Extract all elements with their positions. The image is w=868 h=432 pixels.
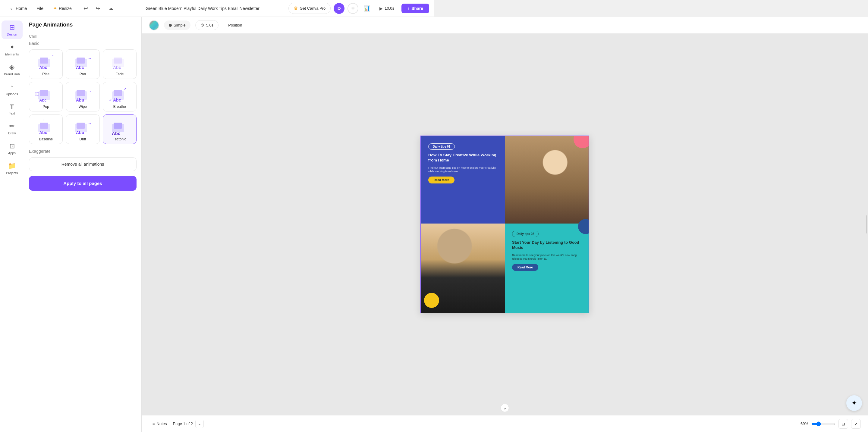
drift-preview: Abu → xyxy=(70,119,95,136)
svg-text:Abc: Abc xyxy=(112,131,120,136)
animation-card-tectonic[interactable]: Abc Tectonic xyxy=(103,114,136,144)
file-label: File xyxy=(36,6,43,11)
svg-rect-33 xyxy=(114,123,122,129)
topbar-right: ♛ Get Canva Pro D + 📊 ▶ 10.0s ↑ Share xyxy=(288,3,429,14)
play-button[interactable]: ▶ 10.0s xyxy=(375,4,398,13)
svg-text:Abc: Abc xyxy=(76,65,84,70)
animation-card-rise[interactable]: Abc ↑ Rise xyxy=(29,49,63,79)
brand-hub-icon: ◈ xyxy=(9,63,14,71)
pop-preview: Abc )))) xyxy=(34,86,58,103)
svg-rect-5 xyxy=(76,58,85,64)
animation-card-baseline[interactable]: Abc ↑ Baseline xyxy=(29,114,63,144)
tectonic-label: Tectonic xyxy=(113,137,126,141)
share-button[interactable]: ↑ Share xyxy=(401,4,429,13)
duration-label: 5.0s xyxy=(206,23,214,27)
clock-icon: ⏱ xyxy=(200,23,204,27)
animations-panel: Page Animations Chill Basic Abc ↑ Rise xyxy=(24,17,142,216)
animation-card-pan[interactable]: Abc → Pan xyxy=(66,49,99,79)
baseline-preview: Abc ↑ xyxy=(34,119,58,136)
rise-preview: Abc ↑ xyxy=(34,53,58,71)
svg-text:)))): )))) xyxy=(35,92,39,96)
svg-text:Abc: Abc xyxy=(113,98,121,102)
badge-1: Daily tips 01 xyxy=(428,143,434,150)
position-button[interactable]: Position xyxy=(223,21,247,30)
canvas-document[interactable]: Daily tips 01 How To Stay Creative While… xyxy=(421,136,434,216)
resize-button[interactable]: ✦ Resize xyxy=(50,4,75,13)
animation-dot-icon xyxy=(169,24,172,27)
undo-button[interactable]: ↩ xyxy=(81,3,91,14)
exaggerate-section-title: Exaggerate xyxy=(29,149,136,154)
sidebar-label-design: Design xyxy=(7,33,17,36)
share-icon: ↑ xyxy=(407,6,410,11)
sidebar-item-brand-hub[interactable]: ◈ Brand Hub xyxy=(1,60,23,79)
save-cloud-button[interactable]: ☁ xyxy=(106,3,117,14)
animation-card-wipe[interactable]: Abu → Wipe xyxy=(66,82,99,111)
sidebar-item-elements[interactable]: ✦ Elements xyxy=(1,40,23,59)
svg-text:↑: ↑ xyxy=(52,54,54,59)
sidebar-label-projects: Projects xyxy=(6,171,18,175)
blue-section: Daily tips 01 How To Stay Creative While… xyxy=(421,136,434,216)
svg-text:↑: ↑ xyxy=(43,119,44,122)
draw-icon: ✏ xyxy=(9,122,15,130)
topbar-center: Green Blue Modern Playful Daily Work Tip… xyxy=(120,6,285,11)
duration-button[interactable]: ⏱ 5.0s xyxy=(195,20,219,30)
projects-icon: 📁 xyxy=(8,162,16,170)
sidebar-item-design[interactable]: ⊞ Design xyxy=(1,21,23,39)
canvas-inner: Daily tips 01 How To Stay Creative While… xyxy=(142,17,434,216)
svg-text:Abu: Abu xyxy=(76,130,84,135)
redo-button[interactable]: ↪ xyxy=(93,3,103,14)
sidebar-item-projects[interactable]: 📁 Projects xyxy=(1,159,23,178)
animation-style-button[interactable]: Simple xyxy=(164,21,190,30)
animation-card-drift[interactable]: Abu → Drift xyxy=(66,114,99,144)
apps-icon: ⊡ xyxy=(9,142,15,150)
svg-text:Abc: Abc xyxy=(39,130,47,135)
animation-card-fade[interactable]: Abc Fade xyxy=(103,49,136,79)
svg-text:→: → xyxy=(88,121,92,126)
tectonic-preview: Abc xyxy=(107,119,132,136)
undo-redo-group: ↩ ↪ xyxy=(81,3,103,14)
color-swatch[interactable] xyxy=(149,20,159,30)
canva-pro-button[interactable]: ♛ Get Canva Pro xyxy=(288,3,331,14)
crown-icon: ♛ xyxy=(293,5,298,11)
svg-text:→: → xyxy=(88,56,92,61)
sidebar-item-apps[interactable]: ⊡ Apps xyxy=(1,139,23,158)
file-button[interactable]: File xyxy=(33,4,47,13)
svg-rect-20 xyxy=(114,90,122,96)
fade-preview: Abc xyxy=(107,53,132,71)
resize-label: Resize xyxy=(59,6,72,11)
svg-text:↗: ↗ xyxy=(123,87,126,91)
remove-animations-button[interactable]: Remove all animations xyxy=(29,157,136,171)
svg-rect-16 xyxy=(76,90,85,96)
position-label: Position xyxy=(228,23,242,27)
desc-1: Find out interesting tips on how to expl… xyxy=(428,166,434,173)
topbar-left: ‹ Home File ✦ Resize ↩ ↪ ☁ xyxy=(5,3,117,14)
analytics-button[interactable]: 📊 xyxy=(361,3,372,14)
baseline-label: Baseline xyxy=(39,137,53,141)
apply-all-button[interactable]: Apply to all pages xyxy=(29,176,136,191)
read-more-1[interactable]: Read More xyxy=(428,176,434,184)
animation-card-pop[interactable]: Abc )))) Pop xyxy=(29,82,63,111)
svg-rect-12 xyxy=(40,90,48,96)
svg-text:Abu: Abu xyxy=(76,98,84,102)
share-label: Share xyxy=(411,6,423,11)
sidebar-label-brand-hub: Brand Hub xyxy=(4,72,20,76)
animation-style-label: Simple xyxy=(174,23,186,27)
sidebar-item-uploads[interactable]: ↑ Uploads xyxy=(1,80,23,99)
document-title: Green Blue Modern Playful Daily Work Tip… xyxy=(146,6,259,11)
canva-pro-label: Get Canva Pro xyxy=(300,6,326,10)
home-label: Home xyxy=(16,6,27,11)
animation-card-breathe[interactable]: Abc ↗ ↙ Breathe xyxy=(103,82,136,111)
sidebar-item-draw[interactable]: ✏ Draw xyxy=(1,119,23,138)
sidebar-label-apps: Apps xyxy=(8,151,16,155)
basic-section-title: Basic xyxy=(29,41,136,46)
avatar-button[interactable]: D xyxy=(334,3,344,14)
secondary-toolbar: Simple ⏱ 5.0s Position xyxy=(142,17,434,34)
svg-text:↙: ↙ xyxy=(109,98,112,102)
add-button[interactable]: + xyxy=(347,3,358,14)
topbar: ‹ Home File ✦ Resize ↩ ↪ ☁ Green Blue Mo… xyxy=(0,0,434,17)
home-button[interactable]: ‹ Home xyxy=(5,4,30,13)
svg-text:→: → xyxy=(88,89,92,93)
canvas-area: Daily tips 01 How To Stay Creative While… xyxy=(142,17,434,216)
sidebar-item-text[interactable]: T Text xyxy=(1,100,23,118)
sidebar-label-elements: Elements xyxy=(5,53,19,56)
